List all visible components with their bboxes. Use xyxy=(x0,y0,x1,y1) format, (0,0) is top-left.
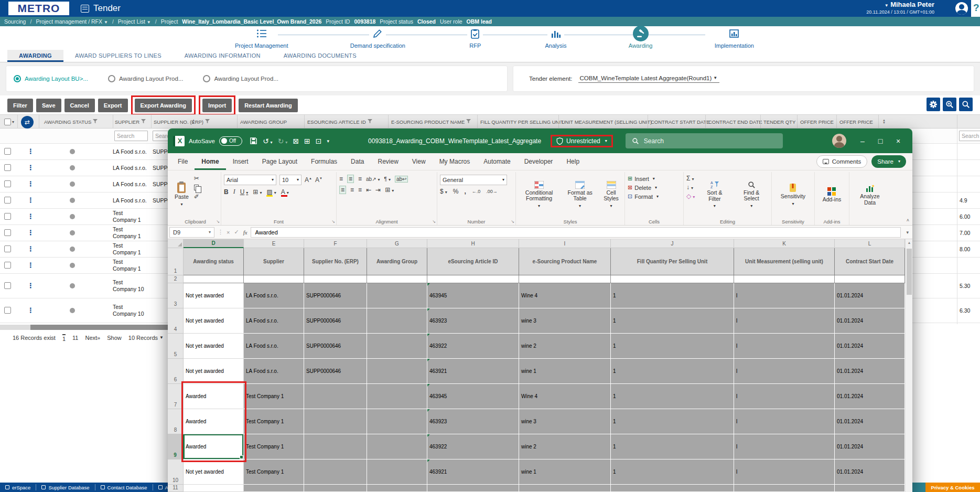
cell-H1[interactable]: eSourcing Article ID xyxy=(427,248,519,275)
chevron-down-icon[interactable]: ▾ xyxy=(12,120,14,124)
ribbon-tab-automate[interactable]: Automate xyxy=(477,153,517,170)
expand-formula-bar-icon[interactable]: ▾ xyxy=(904,230,911,235)
row-menu-icon[interactable]: ⋮ xyxy=(27,247,34,252)
cell-F11[interactable] xyxy=(304,485,367,492)
row-header-5[interactable]: 5 xyxy=(168,334,184,359)
paragraph-icon[interactable]: ¶▾ xyxy=(384,176,391,182)
insert-cells-button[interactable]: ⊞Insert▾ xyxy=(628,175,681,182)
cell-G9[interactable] xyxy=(367,434,427,459)
cell-J4[interactable]: 1 xyxy=(611,308,734,334)
cell-F8[interactable] xyxy=(304,409,367,434)
cell-D2[interactable] xyxy=(184,275,244,283)
underline-icon[interactable]: U▾ xyxy=(240,188,249,196)
row-header-2[interactable]: 2 xyxy=(168,275,184,283)
scrollbar-thumb[interactable] xyxy=(30,325,168,330)
row-menu-icon[interactable]: ⋮ xyxy=(27,165,34,170)
step-analysis[interactable]: Analysis xyxy=(545,27,567,49)
cell-E11[interactable] xyxy=(244,485,304,492)
row-checkbox[interactable] xyxy=(4,245,11,252)
name-box[interactable]: D9▾ xyxy=(169,227,214,238)
cell-E3[interactable]: LA Food s.r.o. xyxy=(244,283,304,308)
cut-icon[interactable]: ✂ xyxy=(194,175,199,181)
metro-logo[interactable]: METRO xyxy=(8,2,69,15)
table-horizontal-scrollbar[interactable] xyxy=(0,325,168,330)
cell-I2[interactable] xyxy=(519,275,611,283)
column-header-awarding-group-3[interactable]: AWARDING GROUP xyxy=(240,115,287,129)
insert-function-icon[interactable]: fx xyxy=(243,229,247,236)
row-header-8[interactable]: 8 xyxy=(168,409,184,434)
ribbon-tab-developer[interactable]: Developer xyxy=(518,153,560,170)
import-button[interactable]: Import xyxy=(202,99,232,112)
cell-E6[interactable]: LA Food s.r.o. xyxy=(244,359,304,384)
ribbon-tab-view[interactable]: View xyxy=(405,153,433,170)
cell-F10[interactable] xyxy=(304,459,367,485)
cell-G5[interactable] xyxy=(367,334,427,359)
cell-I7[interactable]: Wine 4 xyxy=(519,384,611,409)
cell-G1[interactable]: Awarding Group xyxy=(367,248,427,275)
help-button[interactable]: ? xyxy=(973,2,979,14)
undo-icon[interactable]: ↺▾ xyxy=(263,137,273,145)
column-header-offer-price-12[interactable]: OFFER PRICE xyxy=(839,115,873,129)
search-button[interactable] xyxy=(959,98,973,111)
breadcrumb-segment[interactable]: Project List▼ xyxy=(118,18,151,25)
row-menu-icon[interactable]: ⋮ xyxy=(27,283,34,288)
cell-D6[interactable]: Not yet awarded xyxy=(184,359,244,384)
row-header-1[interactable]: 1 xyxy=(168,248,184,275)
increase-decimal-icon[interactable]: ←.0 xyxy=(472,189,481,194)
cell-J5[interactable]: 1 xyxy=(611,334,734,359)
sort-arrows-icon[interactable]: ▲▼ xyxy=(192,119,195,124)
decrease-decimal-icon[interactable]: .00→ xyxy=(486,189,498,194)
row-menu-icon[interactable]: ⋮ xyxy=(27,230,34,236)
row-header-10[interactable]: 10 xyxy=(168,459,184,485)
clear-icon[interactable]: ◇▾ xyxy=(686,193,695,199)
share-button[interactable]: Share▾ xyxy=(871,155,906,168)
cell-E8[interactable]: Test Company 1 xyxy=(244,409,304,434)
tab-award-suppliers-to-lines[interactable]: AWARD SUPPLIERS TO LINES xyxy=(63,50,173,62)
align-middle-icon[interactable]: ≡ xyxy=(347,175,354,183)
supplier-search-input[interactable] xyxy=(114,131,148,141)
autosave-toggle[interactable]: Off xyxy=(219,136,242,146)
row-menu-icon[interactable]: ⋮ xyxy=(27,214,34,219)
row-checkbox[interactable] xyxy=(4,282,11,289)
autosum-icon[interactable]: Σ▾ xyxy=(686,175,695,181)
minimize-icon[interactable]: – xyxy=(854,133,871,149)
sort-filter-button[interactable]: AZ Sort & Filter▾ xyxy=(699,173,730,217)
row-menu-icon[interactable]: ⋮ xyxy=(27,308,34,313)
format-cells-button[interactable]: ⊡Format▾ xyxy=(628,193,681,200)
bold-icon[interactable]: B xyxy=(224,188,229,196)
ribbon-tab-data[interactable]: Data xyxy=(344,153,371,170)
cell-F6[interactable]: SUPP0000646 xyxy=(304,359,367,384)
cell-K1[interactable]: Unit Measurement (selling unit) xyxy=(734,248,835,275)
cell-I4[interactable]: wine 3 xyxy=(519,308,611,334)
breadcrumb-segment[interactable]: Sourcing xyxy=(4,18,26,25)
decrease-indent-icon[interactable]: ⇤ xyxy=(366,186,371,194)
cell-E9[interactable]: Test Company 1 xyxy=(244,434,304,459)
cell-K4[interactable]: l xyxy=(734,308,835,334)
cell-L9[interactable]: 01.01.2024 xyxy=(835,434,905,459)
col-header-G[interactable]: G xyxy=(367,239,427,248)
cell-I8[interactable]: wine 3 xyxy=(519,409,611,434)
step-rfp[interactable]: RFP xyxy=(467,27,483,49)
settings-button[interactable] xyxy=(927,98,940,111)
maximize-icon[interactable]: □ xyxy=(871,133,889,149)
cell-E2[interactable] xyxy=(244,275,304,283)
ribbon-tab-file[interactable]: File xyxy=(171,153,195,170)
cell-J9[interactable]: 1 xyxy=(611,434,734,459)
cell-I6[interactable]: wine 1 xyxy=(519,359,611,384)
cell-F1[interactable]: Supplier No. (ERP) xyxy=(304,248,367,275)
offer-search-input[interactable] xyxy=(959,131,980,141)
cell-H4[interactable]: 463923 xyxy=(427,308,519,334)
cell-L5[interactable]: 01.01.2024 xyxy=(835,334,905,359)
conditional-formatting-button[interactable]: Conditional Formatting▾ xyxy=(519,173,559,217)
cell-J8[interactable]: 1 xyxy=(611,409,734,434)
cell-E10[interactable]: Test Company 1 xyxy=(244,459,304,485)
cell-G4[interactable] xyxy=(367,308,427,334)
ribbon-tab-my-macros[interactable]: My Macros xyxy=(433,153,477,170)
cell-E5[interactable]: LA Food s.r.o. xyxy=(244,334,304,359)
column-header-supplier-1[interactable]: SUPPLIER xyxy=(115,115,146,129)
format-painter-icon[interactable]: ✐ xyxy=(194,194,199,200)
italic-icon[interactable]: I xyxy=(233,188,235,196)
cell-J1[interactable]: Fill Quantity Per Selling Unit xyxy=(611,248,734,275)
filter-icon[interactable] xyxy=(466,119,471,125)
col-header-J[interactable]: J xyxy=(611,239,734,248)
